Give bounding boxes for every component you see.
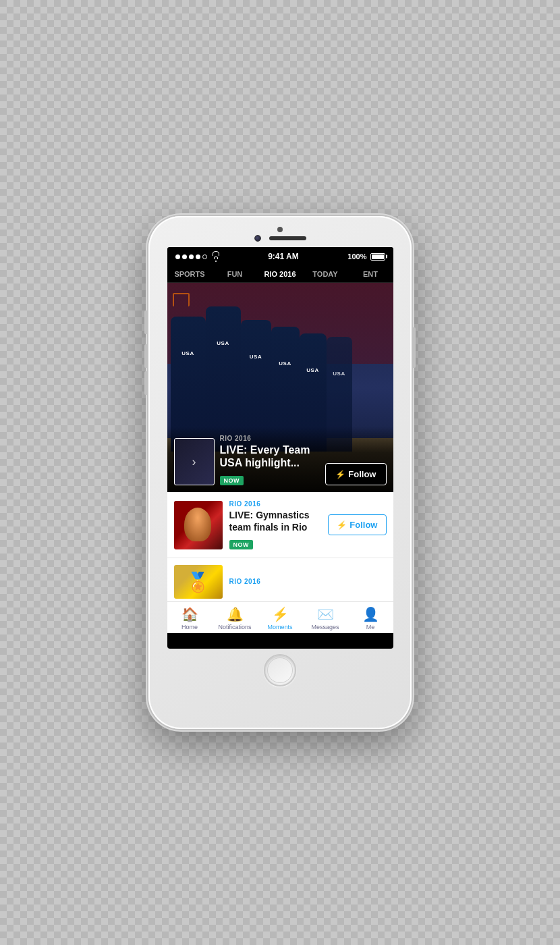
hero-follow-label: Follow: [348, 469, 376, 479]
home-button[interactable]: [264, 654, 296, 686]
speaker-bar: [269, 236, 306, 240]
gymnastics-now-badge: NOW: [229, 540, 254, 549]
gymnastics-category: RIO 2016: [229, 500, 322, 508]
hero-inner: › RIO 2016 LIVE: Every Team USA highligh…: [174, 435, 387, 485]
hero-text: RIO 2016 LIVE: Every Team USA highlight.…: [220, 435, 320, 485]
content-list: RIO 2016 LIVE: Gymnastics team finals in…: [167, 492, 393, 601]
signal-dot-5: [202, 254, 207, 259]
status-right: 100%: [347, 252, 385, 261]
chevron-right-icon: ›: [192, 455, 196, 469]
battery-fill: [372, 254, 384, 259]
notifications-icon: 🔔: [227, 606, 244, 622]
moments-icon: ⚡: [272, 606, 289, 622]
notifications-label: Notifications: [218, 624, 251, 630]
gymnastics-title: LIVE: Gymnastics team finals in Rio: [229, 509, 322, 533]
home-label: Home: [181, 624, 198, 630]
nav-me[interactable]: 👤 Me: [348, 606, 393, 630]
tab-rio2016[interactable]: RIO 2016: [258, 269, 303, 279]
signal-dot-2: [182, 254, 187, 259]
bolt-icon: ⚡: [335, 470, 345, 479]
battery-percent: 100%: [347, 252, 366, 261]
hero-now-badge: NOW: [220, 476, 244, 485]
status-left: [175, 251, 219, 262]
phone-device: 9:41 AM 100% SPORTS FUN RIO 2016 TODAY: [148, 216, 412, 729]
hero-category: RIO 2016: [220, 435, 320, 442]
signal-dot-3: [189, 254, 194, 259]
bottom-nav: 🏠 Home 🔔 Notifications ⚡ Moments ✉️ Mess…: [167, 601, 393, 633]
hero-thumbnail[interactable]: ›: [174, 438, 215, 485]
gymnastics-image: [174, 501, 223, 549]
list-item-gymnastics: RIO 2016 LIVE: Gymnastics team finals in…: [167, 492, 393, 558]
home-icon: 🏠: [181, 606, 198, 622]
speaker-dot: [277, 227, 283, 232]
medal-thumbnail: [174, 565, 223, 599]
list-item-medal: RIO 2016: [167, 558, 393, 601]
nav-messages[interactable]: ✉️ Messages: [303, 606, 348, 630]
status-time: 9:41 AM: [268, 252, 299, 261]
gymnastics-bolt-icon: ⚡: [337, 520, 347, 530]
gymnastics-thumbnail: [174, 501, 223, 549]
status-bar: 9:41 AM 100%: [167, 247, 393, 265]
messages-label: Messages: [311, 624, 339, 630]
nav-moments[interactable]: ⚡ Moments: [258, 606, 303, 630]
gymnastics-content: RIO 2016 LIVE: Gymnastics team finals in…: [229, 500, 322, 549]
tab-sports[interactable]: SPORTS: [167, 269, 213, 279]
me-label: Me: [366, 624, 375, 630]
battery-icon: [370, 253, 385, 261]
tab-fun[interactable]: FUN: [213, 269, 258, 279]
hero-follow-button[interactable]: ⚡ Follow: [325, 463, 386, 485]
moments-label: Moments: [267, 624, 292, 630]
wifi-icon: [213, 251, 219, 262]
medal-category: RIO 2016: [229, 578, 387, 585]
signal-dot-1: [175, 254, 180, 259]
tab-today[interactable]: TODAY: [303, 269, 348, 279]
home-button-inner: [267, 657, 293, 683]
me-icon: 👤: [362, 606, 379, 622]
top-bar: [254, 235, 306, 242]
medal-content: RIO 2016: [229, 578, 387, 587]
messages-icon: ✉️: [317, 606, 334, 622]
front-camera: [254, 235, 261, 242]
nav-notifications[interactable]: 🔔 Notifications: [213, 606, 258, 630]
gymnastics-follow-button[interactable]: ⚡ Follow: [328, 514, 386, 535]
hero-title: LIVE: Every Team USA highlight...: [220, 443, 320, 469]
nav-home[interactable]: 🏠 Home: [167, 606, 213, 630]
hero-overlay: › RIO 2016 LIVE: Every Team USA highligh…: [167, 427, 393, 492]
medal-image: [174, 565, 223, 599]
tab-ent[interactable]: ENT: [348, 269, 393, 279]
gymnastics-follow-label: Follow: [349, 520, 377, 530]
phone-screen: 9:41 AM 100% SPORTS FUN RIO 2016 TODAY: [167, 247, 393, 649]
category-nav: SPORTS FUN RIO 2016 TODAY ENT: [167, 265, 393, 283]
signal-dot-4: [196, 254, 200, 259]
basketball-hoop: [173, 293, 190, 306]
hero-section: › RIO 2016 LIVE: Every Team USA highligh…: [167, 283, 393, 492]
